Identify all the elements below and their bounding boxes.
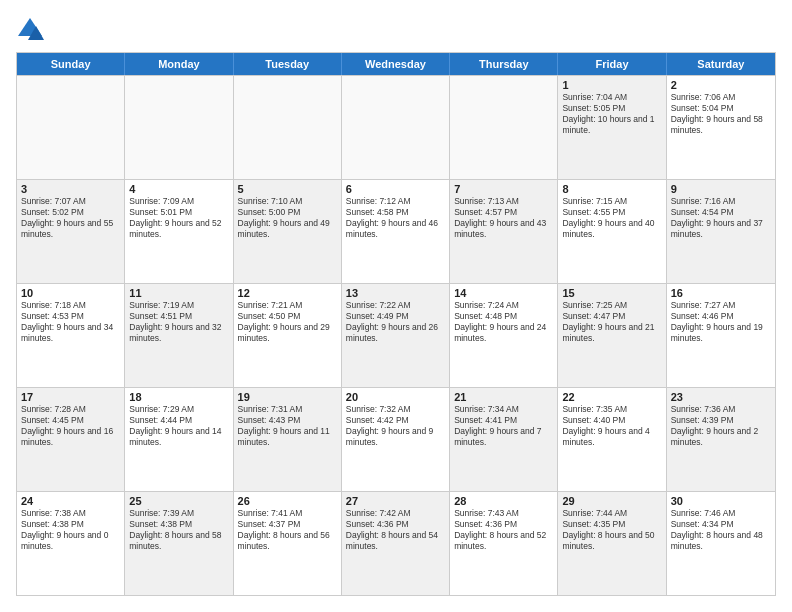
header-day-tuesday: Tuesday (234, 53, 342, 75)
logo (16, 16, 48, 44)
day-number: 3 (21, 183, 120, 195)
day-number: 24 (21, 495, 120, 507)
day-number: 2 (671, 79, 771, 91)
day-number: 23 (671, 391, 771, 403)
calendar-row-1: 3Sunrise: 7:07 AM Sunset: 5:02 PM Daylig… (17, 179, 775, 283)
cal-cell-15: 15Sunrise: 7:25 AM Sunset: 4:47 PM Dayli… (558, 284, 666, 387)
cal-cell-21: 21Sunrise: 7:34 AM Sunset: 4:41 PM Dayli… (450, 388, 558, 491)
cell-info: Sunrise: 7:18 AM Sunset: 4:53 PM Dayligh… (21, 300, 120, 344)
cal-cell-22: 22Sunrise: 7:35 AM Sunset: 4:40 PM Dayli… (558, 388, 666, 491)
header-day-wednesday: Wednesday (342, 53, 450, 75)
page: SundayMondayTuesdayWednesdayThursdayFrid… (0, 0, 792, 612)
calendar: SundayMondayTuesdayWednesdayThursdayFrid… (16, 52, 776, 596)
day-number: 20 (346, 391, 445, 403)
cell-info: Sunrise: 7:10 AM Sunset: 5:00 PM Dayligh… (238, 196, 337, 240)
calendar-row-4: 24Sunrise: 7:38 AM Sunset: 4:38 PM Dayli… (17, 491, 775, 595)
day-number: 19 (238, 391, 337, 403)
cell-info: Sunrise: 7:15 AM Sunset: 4:55 PM Dayligh… (562, 196, 661, 240)
cal-cell-9: 9Sunrise: 7:16 AM Sunset: 4:54 PM Daylig… (667, 180, 775, 283)
cal-cell-2: 2Sunrise: 7:06 AM Sunset: 5:04 PM Daylig… (667, 76, 775, 179)
header-day-monday: Monday (125, 53, 233, 75)
cal-cell-25: 25Sunrise: 7:39 AM Sunset: 4:38 PM Dayli… (125, 492, 233, 595)
day-number: 21 (454, 391, 553, 403)
cal-cell-8: 8Sunrise: 7:15 AM Sunset: 4:55 PM Daylig… (558, 180, 666, 283)
header-day-sunday: Sunday (17, 53, 125, 75)
cell-info: Sunrise: 7:29 AM Sunset: 4:44 PM Dayligh… (129, 404, 228, 448)
cell-info: Sunrise: 7:44 AM Sunset: 4:35 PM Dayligh… (562, 508, 661, 552)
calendar-row-0: 1Sunrise: 7:04 AM Sunset: 5:05 PM Daylig… (17, 75, 775, 179)
cal-cell-6: 6Sunrise: 7:12 AM Sunset: 4:58 PM Daylig… (342, 180, 450, 283)
day-number: 12 (238, 287, 337, 299)
cal-cell-23: 23Sunrise: 7:36 AM Sunset: 4:39 PM Dayli… (667, 388, 775, 491)
cell-info: Sunrise: 7:28 AM Sunset: 4:45 PM Dayligh… (21, 404, 120, 448)
cell-info: Sunrise: 7:21 AM Sunset: 4:50 PM Dayligh… (238, 300, 337, 344)
cal-cell-7: 7Sunrise: 7:13 AM Sunset: 4:57 PM Daylig… (450, 180, 558, 283)
cal-cell-13: 13Sunrise: 7:22 AM Sunset: 4:49 PM Dayli… (342, 284, 450, 387)
cell-info: Sunrise: 7:19 AM Sunset: 4:51 PM Dayligh… (129, 300, 228, 344)
cell-info: Sunrise: 7:22 AM Sunset: 4:49 PM Dayligh… (346, 300, 445, 344)
cal-cell-empty-0-4 (450, 76, 558, 179)
day-number: 22 (562, 391, 661, 403)
calendar-row-3: 17Sunrise: 7:28 AM Sunset: 4:45 PM Dayli… (17, 387, 775, 491)
cell-info: Sunrise: 7:38 AM Sunset: 4:38 PM Dayligh… (21, 508, 120, 552)
cell-info: Sunrise: 7:07 AM Sunset: 5:02 PM Dayligh… (21, 196, 120, 240)
cell-info: Sunrise: 7:41 AM Sunset: 4:37 PM Dayligh… (238, 508, 337, 552)
cell-info: Sunrise: 7:39 AM Sunset: 4:38 PM Dayligh… (129, 508, 228, 552)
cell-info: Sunrise: 7:09 AM Sunset: 5:01 PM Dayligh… (129, 196, 228, 240)
cell-info: Sunrise: 7:24 AM Sunset: 4:48 PM Dayligh… (454, 300, 553, 344)
day-number: 8 (562, 183, 661, 195)
cal-cell-30: 30Sunrise: 7:46 AM Sunset: 4:34 PM Dayli… (667, 492, 775, 595)
cal-cell-18: 18Sunrise: 7:29 AM Sunset: 4:44 PM Dayli… (125, 388, 233, 491)
cal-cell-27: 27Sunrise: 7:42 AM Sunset: 4:36 PM Dayli… (342, 492, 450, 595)
day-number: 5 (238, 183, 337, 195)
cell-info: Sunrise: 7:06 AM Sunset: 5:04 PM Dayligh… (671, 92, 771, 136)
day-number: 27 (346, 495, 445, 507)
logo-icon (16, 16, 44, 44)
day-number: 29 (562, 495, 661, 507)
cal-cell-14: 14Sunrise: 7:24 AM Sunset: 4:48 PM Dayli… (450, 284, 558, 387)
cal-cell-12: 12Sunrise: 7:21 AM Sunset: 4:50 PM Dayli… (234, 284, 342, 387)
cal-cell-29: 29Sunrise: 7:44 AM Sunset: 4:35 PM Dayli… (558, 492, 666, 595)
cal-cell-5: 5Sunrise: 7:10 AM Sunset: 5:00 PM Daylig… (234, 180, 342, 283)
cal-cell-3: 3Sunrise: 7:07 AM Sunset: 5:02 PM Daylig… (17, 180, 125, 283)
cal-cell-26: 26Sunrise: 7:41 AM Sunset: 4:37 PM Dayli… (234, 492, 342, 595)
day-number: 11 (129, 287, 228, 299)
day-number: 9 (671, 183, 771, 195)
cal-cell-empty-0-0 (17, 76, 125, 179)
day-number: 1 (562, 79, 661, 91)
cell-info: Sunrise: 7:36 AM Sunset: 4:39 PM Dayligh… (671, 404, 771, 448)
cell-info: Sunrise: 7:12 AM Sunset: 4:58 PM Dayligh… (346, 196, 445, 240)
cell-info: Sunrise: 7:27 AM Sunset: 4:46 PM Dayligh… (671, 300, 771, 344)
day-number: 18 (129, 391, 228, 403)
cell-info: Sunrise: 7:42 AM Sunset: 4:36 PM Dayligh… (346, 508, 445, 552)
cell-info: Sunrise: 7:25 AM Sunset: 4:47 PM Dayligh… (562, 300, 661, 344)
cell-info: Sunrise: 7:32 AM Sunset: 4:42 PM Dayligh… (346, 404, 445, 448)
calendar-header: SundayMondayTuesdayWednesdayThursdayFrid… (17, 53, 775, 75)
day-number: 17 (21, 391, 120, 403)
day-number: 4 (129, 183, 228, 195)
day-number: 10 (21, 287, 120, 299)
day-number: 26 (238, 495, 337, 507)
cal-cell-28: 28Sunrise: 7:43 AM Sunset: 4:36 PM Dayli… (450, 492, 558, 595)
cell-info: Sunrise: 7:16 AM Sunset: 4:54 PM Dayligh… (671, 196, 771, 240)
day-number: 16 (671, 287, 771, 299)
cal-cell-1: 1Sunrise: 7:04 AM Sunset: 5:05 PM Daylig… (558, 76, 666, 179)
calendar-row-2: 10Sunrise: 7:18 AM Sunset: 4:53 PM Dayli… (17, 283, 775, 387)
day-number: 7 (454, 183, 553, 195)
cal-cell-10: 10Sunrise: 7:18 AM Sunset: 4:53 PM Dayli… (17, 284, 125, 387)
cal-cell-empty-0-3 (342, 76, 450, 179)
header-day-saturday: Saturday (667, 53, 775, 75)
day-number: 6 (346, 183, 445, 195)
cell-info: Sunrise: 7:04 AM Sunset: 5:05 PM Dayligh… (562, 92, 661, 136)
header (16, 16, 776, 44)
cal-cell-empty-0-2 (234, 76, 342, 179)
day-number: 30 (671, 495, 771, 507)
cal-cell-empty-0-1 (125, 76, 233, 179)
day-number: 15 (562, 287, 661, 299)
cell-info: Sunrise: 7:13 AM Sunset: 4:57 PM Dayligh… (454, 196, 553, 240)
cell-info: Sunrise: 7:34 AM Sunset: 4:41 PM Dayligh… (454, 404, 553, 448)
day-number: 28 (454, 495, 553, 507)
cal-cell-17: 17Sunrise: 7:28 AM Sunset: 4:45 PM Dayli… (17, 388, 125, 491)
cell-info: Sunrise: 7:46 AM Sunset: 4:34 PM Dayligh… (671, 508, 771, 552)
cal-cell-16: 16Sunrise: 7:27 AM Sunset: 4:46 PM Dayli… (667, 284, 775, 387)
